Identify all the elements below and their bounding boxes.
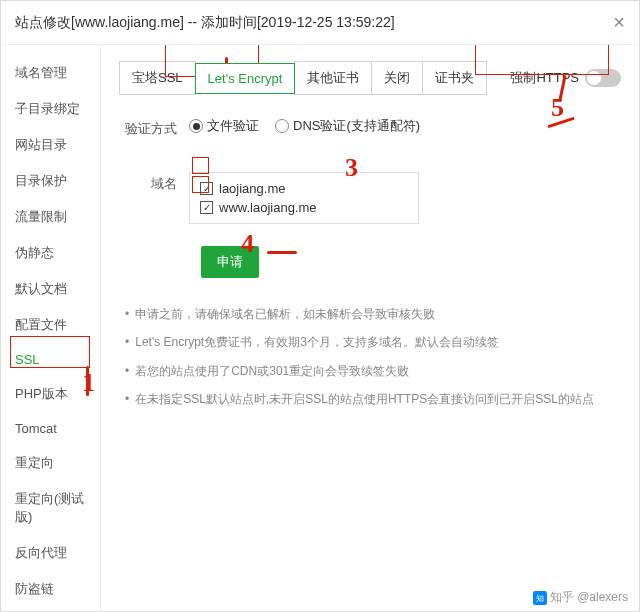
tab-0[interactable]: 宝塔SSL [119,61,196,95]
apply-button[interactable]: 申请 [201,246,259,278]
checkbox-icon: ✓ [200,182,213,195]
sidebar-item-10[interactable]: Tomcat [1,412,100,445]
sidebar-item-3[interactable]: 目录保护 [1,163,100,199]
sidebar-item-0[interactable]: 域名管理 [1,55,100,91]
sidebar-item-6[interactable]: 默认文档 [1,271,100,307]
verify-radio-1[interactable]: DNS验证(支持通配符) [275,117,420,135]
sidebar-item-7[interactable]: 配置文件 [1,307,100,343]
sidebar-item-1[interactable]: 子目录绑定 [1,91,100,127]
close-icon[interactable]: × [613,11,625,34]
domain-label: 域名 [119,172,189,193]
force-https-toggle[interactable] [585,69,621,87]
sidebar-item-5[interactable]: 伪静态 [1,235,100,271]
verify-label: 验证方式 [119,117,189,138]
domain-item-1[interactable]: ✓www.laojiang.me [200,198,408,217]
watermark: 知 知乎 @alexers [533,589,628,606]
sidebar-item-9[interactable]: PHP版本 [1,376,100,412]
sidebar-item-12[interactable]: 重定向(测试版) [1,481,100,535]
note-1: Let's Encrypt免费证书，有效期3个月，支持多域名。默认会自动续签 [125,328,621,356]
note-3: 在未指定SSL默认站点时,未开启SSL的站点使用HTTPS会直接访问到已开启SS… [125,385,621,413]
sidebar: 域名管理子目录绑定网站目录目录保护流量限制伪静态默认文档配置文件SSLPHP版本… [1,45,101,611]
sidebar-item-13[interactable]: 反向代理 [1,535,100,571]
main-panel: 宝塔SSLLet's Encrypt其他证书关闭证书夹强制HTTPS 验证方式 … [101,45,639,611]
checkbox-icon: ✓ [200,201,213,214]
note-2: 若您的站点使用了CDN或301重定向会导致续签失败 [125,357,621,385]
sidebar-item-14[interactable]: 防盗链 [1,571,100,607]
verify-radio-0[interactable]: 文件验证 [189,117,259,135]
sidebar-item-2[interactable]: 网站目录 [1,127,100,163]
tab-2[interactable]: 其他证书 [294,61,372,95]
sidebar-item-15[interactable]: 响应日志 [1,607,100,611]
radio-icon [275,119,289,133]
sidebar-item-4[interactable]: 流量限制 [1,199,100,235]
sidebar-item-11[interactable]: 重定向 [1,445,100,481]
domain-list: ✓laojiang.me✓www.laojiang.me [189,172,419,224]
note-0: 申请之前，请确保域名已解析，如未解析会导致审核失败 [125,300,621,328]
domain-item-0[interactable]: ✓laojiang.me [200,179,408,198]
radio-icon [189,119,203,133]
force-https-label: 强制HTTPS [510,69,579,87]
svg-text:知: 知 [536,593,544,602]
tab-1[interactable]: Let's Encrypt [195,63,296,94]
zhihu-icon: 知 [533,591,547,605]
sidebar-item-8[interactable]: SSL [1,343,100,376]
modal-title: 站点修改[www.laojiang.me] -- 添加时间[2019-12-25… [15,14,395,32]
tab-3[interactable]: 关闭 [371,61,423,95]
tab-4[interactable]: 证书夹 [422,61,487,95]
